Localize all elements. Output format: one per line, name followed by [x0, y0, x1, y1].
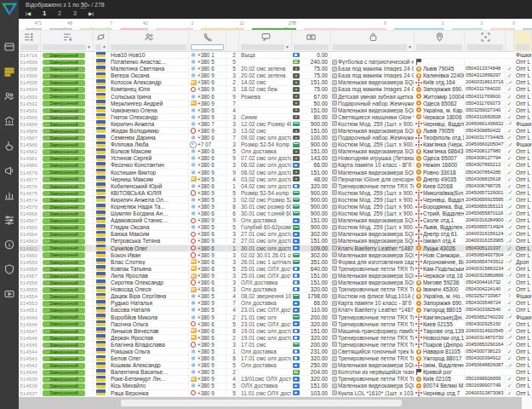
customer-name: Гнаток Олександр [109, 114, 189, 120]
tab-Завершений[interactable]: Завершений278 [252, 19, 296, 30]
tab-Відмова[interactable]: Відмова42 [120, 19, 148, 30]
chevron-down-icon[interactable]: ▼ [408, 44, 412, 49]
order-id: 514570 [19, 204, 41, 210]
tab-Новий[interactable]: Новий48 [49, 19, 72, 30]
page-number-3[interactable]: 3 [73, 10, 77, 16]
check-cell [506, 279, 514, 285]
tab-Прийнятий[interactable]: Прийнятий7 [80, 19, 112, 30]
col-check-header[interactable] [506, 31, 514, 43]
delivery-address: Нежин 16600 [423, 162, 457, 168]
col-count-header[interactable] [226, 31, 239, 43]
delivery-address: Стрий, Відділен… [423, 210, 465, 216]
filter-channel-input[interactable] [516, 44, 529, 50]
horizontal-scrollbar[interactable] [121, 400, 402, 406]
bank-icon[interactable] [4, 114, 14, 124]
ukraine-flag-icon [96, 272, 106, 278]
status-badge: Завершений [43, 142, 85, 148]
filter-payment-input[interactable] [294, 44, 329, 50]
product-cell: Тренировочные петли TRX Train… [331, 266, 415, 272]
video-icon[interactable] [4, 287, 14, 297]
app-logo-icon[interactable] [2, 3, 17, 16]
filter-product-input[interactable] [333, 44, 407, 50]
phone-number: +380 5 [197, 307, 215, 313]
tracking-number: 0504310650828 [465, 114, 506, 120]
tab-Запакований[interactable]: Запакований1 [156, 19, 194, 30]
status-cell: Завершений [41, 190, 94, 197]
col-comment-header[interactable] [239, 31, 292, 43]
tracking-number: 20400318613716 [465, 79, 506, 85]
col-channel-header[interactable] [514, 31, 532, 43]
tab-Нема в наявності[interactable]: Нема в наявності1 [394, 19, 444, 30]
tab-Повернення товару (в дорозі)[interactable]: Повернення товару (в дорозі)0 [304, 19, 386, 30]
col-client-header[interactable] [109, 31, 189, 43]
ukraine-flag-icon [96, 66, 106, 72]
filter-id-input[interactable] [20, 44, 38, 50]
olx-payment-icon [293, 53, 300, 58]
filter-country-select[interactable] [95, 44, 101, 50]
hand-pointer-icon[interactable] [4, 139, 14, 149]
delivered-check-icon [507, 170, 512, 176]
dashboard-icon[interactable] [4, 40, 14, 50]
chevron-down-icon[interactable]: ▼ [87, 44, 91, 49]
status-cell: Завершений [41, 279, 94, 286]
page-number-2[interactable]: 2 [58, 10, 61, 16]
loyalty-ring-icon [191, 190, 197, 196]
order-row[interactable]: 514537ЗавершенийРаца Вероніка+380 9511.0… [19, 390, 532, 397]
shield-icon[interactable] [4, 262, 14, 273]
page-number-1[interactable]: 1 [43, 10, 46, 16]
megaphone-icon[interactable] [4, 164, 14, 174]
tab-В дорозі додому[interactable]: В дорозі додому0 [523, 19, 532, 30]
filter-client-input[interactable] [111, 44, 186, 50]
col-payment-header[interactable] [292, 31, 331, 43]
delivered-check-icon [506, 238, 512, 244]
tab-Всі[interactable]: Всі471 [26, 19, 42, 30]
tab-Сервіси[interactable]: Сервіси0 [490, 19, 515, 30]
col-tracking-header[interactable] [465, 31, 506, 43]
chevron-down-icon[interactable]: ▼ [102, 44, 106, 49]
order-comment: 13.02 смс [239, 128, 292, 134]
col-country-header[interactable] [94, 31, 109, 43]
phone-number: +380 6 [197, 231, 215, 237]
ukraine-flag-icon [96, 314, 106, 320]
chevron-down-icon: ▾ [88, 3, 90, 8]
cash-payment-icon [293, 87, 300, 92]
filter-comment-input[interactable] [241, 44, 284, 50]
filter-address-input[interactable] [416, 44, 462, 50]
tune-icon[interactable] [4, 213, 14, 223]
product-name: Футболка с патриотической на… [338, 59, 414, 65]
product-thumb-icon [332, 301, 337, 306]
phone-cell: ❄+380 9 [189, 204, 226, 210]
carrier-up-icon [418, 254, 420, 256]
orders-list-icon[interactable] [4, 65, 14, 75]
delivery-cell [415, 59, 465, 65]
card-payment-icon [293, 142, 300, 147]
order-id: 514560 [19, 252, 41, 258]
col-id-header[interactable] [19, 31, 41, 43]
chevron-down-icon[interactable]: ▼ [285, 44, 289, 49]
filter-status-select[interactable] [43, 44, 86, 50]
customer-name: Мерклингер Андрей [109, 101, 189, 107]
sales-channel: Опт L [514, 376, 532, 382]
tab-underline [156, 28, 194, 30]
first-page-button[interactable]: |◀ [26, 10, 31, 16]
col-status-header[interactable] [41, 31, 94, 43]
col-product-header[interactable] [331, 31, 415, 43]
tab-Самовивіз[interactable]: Самовивіз2 [452, 19, 483, 30]
loyalty-snow-icon: ❄ [190, 66, 197, 72]
info-icon[interactable] [4, 238, 14, 248]
col-phone-header[interactable] [189, 31, 226, 43]
filter-phone-input[interactable] [191, 44, 224, 50]
page-size-dropdown[interactable]: 50 [81, 2, 88, 8]
filter-tracking-input[interactable] [466, 44, 503, 50]
payment-cell: 67.00 [292, 94, 331, 100]
tab-Відправлений[interactable]: Відправлений12 [201, 19, 244, 30]
last-page-button[interactable]: ▶| [89, 10, 94, 16]
carrier-up-icon [415, 365, 422, 366]
product-thumb-icon [332, 356, 337, 361]
col-address-header[interactable] [415, 31, 465, 43]
stats-icon[interactable] [4, 188, 14, 199]
clients-icon[interactable] [4, 89, 14, 100]
phone-cell: ❄+380 5 [189, 224, 226, 230]
order-id: 514589 [19, 121, 41, 127]
sales-channel: Фішки [514, 314, 532, 320]
